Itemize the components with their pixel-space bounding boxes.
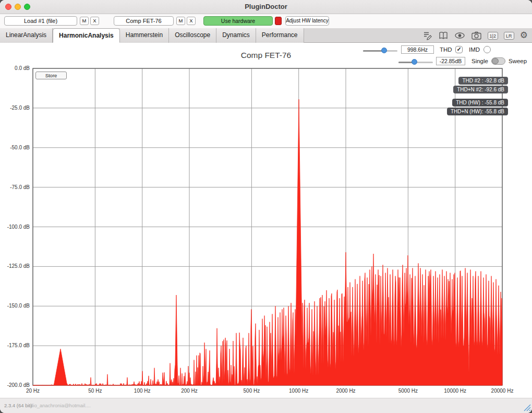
x-axis-label: 10000 Hz [432,388,479,394]
y-axis-label: -200.0 dB [0,382,30,388]
y-axis-label: -125.0 dB [0,263,30,269]
y-axis-label: -150.0 dB [0,303,30,309]
y-axis-label: 0.0 dB [0,65,30,71]
y-axis-label: -50.0 dB [0,145,30,150]
tab-harmonic-analysis[interactable]: HarmonicAnalysis [53,28,120,43]
lr-toggle[interactable]: LR [504,32,514,40]
x-axis-label: 5000 Hz [384,388,431,394]
readout-badge: THD+N (HW): -55.8 dB [447,108,508,115]
readout-badge: THD (HW) : -55.8 dB [452,99,508,107]
notes-icon[interactable] [422,31,432,41]
x-axis-label: 200 Hz [166,388,213,394]
readout-badges: THD #2 : -92.8 dBTHD+N #2: -92.6 dBTHD (… [447,77,508,115]
plugindoctor-window: PluginDoctor Load #1 (file) M X Comp FET… [0,0,532,413]
imd-checkbox[interactable] [483,46,491,53]
x-axis-label: 500 Hz [228,388,275,394]
channel-1-2-toggle[interactable]: 1|2 [488,32,498,40]
x-axis-label: 20000 Hz [479,388,526,394]
chart-title: Comp FET-76 [188,51,344,60]
frequency-value-box[interactable]: 998.6Hz [401,45,434,54]
level-value-box[interactable]: -22.85dB [436,57,465,65]
book-icon[interactable] [438,31,449,40]
toggle-knob [492,58,499,64]
thd-checkbox[interactable] [455,46,463,53]
level-slider[interactable] [398,59,433,65]
spectrum-trace [33,99,502,385]
readout-badge: THD #2 : -92.8 dB [458,77,508,85]
eye-icon[interactable] [454,31,465,40]
x-axis-label: 50 Hz [71,388,118,394]
thd-label: THD [440,46,452,53]
sweep-label: Sweep [509,58,527,64]
x-axis-label: 2000 Hz [322,388,369,394]
freq-slider-knob[interactable] [381,48,387,53]
camera-icon[interactable] [471,31,482,40]
y-axis-label: -175.0 dB [0,343,30,348]
y-axis-label: -25.0 dB [0,105,30,111]
slider-fill [363,50,384,52]
gear-icon[interactable]: ⚙ [520,30,528,41]
y-axis-label: -75.0 dB [0,184,30,190]
frequency-slider[interactable] [363,48,397,53]
tab-icons: 1|2 LR ⚙ [422,28,528,43]
store-button[interactable]: Store [35,72,67,79]
x-axis-label: 20 Hz [9,388,56,394]
level-slider-knob[interactable] [412,59,417,65]
resize-handle[interactable] [523,403,531,411]
single-sweep-toggle[interactable] [491,57,505,65]
x-axis-label: 1000 Hz [275,388,322,394]
readout-badge: THD+N #2: -92.6 dB [453,86,508,93]
single-label: Single [471,58,488,64]
x-axis-label: 100 Hz [119,388,166,394]
y-axis-label: -100.0 dB [0,224,30,230]
imd-label: IMD [469,46,480,53]
